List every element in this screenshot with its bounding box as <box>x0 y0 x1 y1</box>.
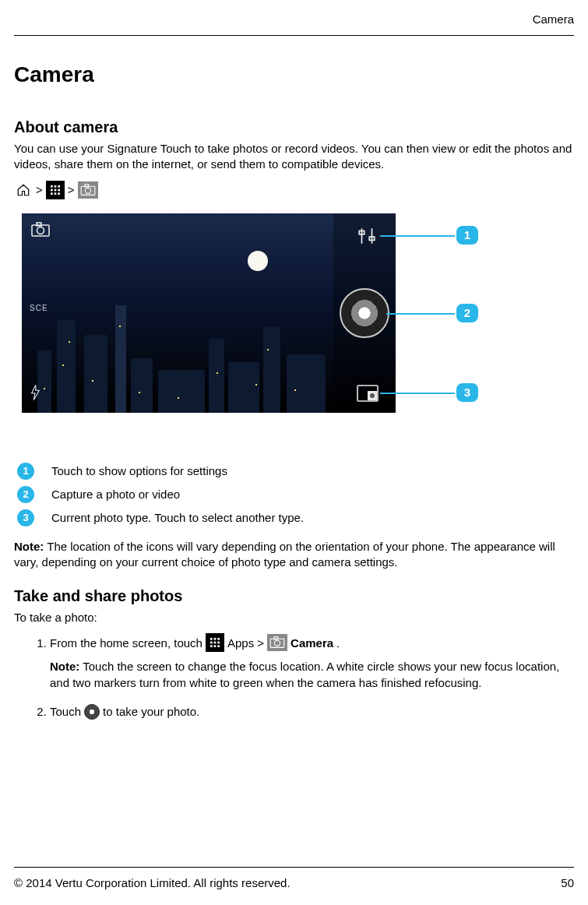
settings-icon <box>357 226 377 246</box>
nav-separator: > <box>68 183 75 196</box>
camera-icon <box>267 634 287 651</box>
steps-list: From the home screen, touch Apps > <box>50 633 574 720</box>
svg-rect-13 <box>37 223 41 226</box>
moon-graphic <box>248 251 268 271</box>
step1-note-body: Touch the screen to change the focus loc… <box>50 660 559 689</box>
shutter-button <box>340 288 389 338</box>
callout-leader <box>386 313 455 315</box>
note-body: The location of the icons will vary depe… <box>14 540 555 569</box>
flash-icon <box>30 384 40 403</box>
legend-text: Touch to show options for settings <box>51 464 227 477</box>
navigation-path: > > <box>14 181 574 199</box>
page-content: Camera About camera You can use your Sig… <box>14 62 574 732</box>
camera-icon <box>78 181 98 199</box>
header-rule <box>14 35 574 36</box>
svg-rect-0 <box>51 185 53 188</box>
camera-mode-icon <box>30 221 51 238</box>
callout-leader <box>380 235 455 237</box>
take-intro: To take a photo: <box>14 610 574 625</box>
step1-text-c: Camera <box>290 635 333 651</box>
page-number: 50 <box>561 876 574 889</box>
step1-text-d: . <box>336 635 340 651</box>
svg-point-21 <box>370 393 375 398</box>
legend-badge-3: 3 <box>17 509 34 526</box>
camera-viewfinder-figure: SCE <box>22 213 489 431</box>
svg-point-11 <box>85 188 90 193</box>
photo-type-icon <box>357 385 379 402</box>
step1-text-a: From the home screen, touch <box>50 635 202 651</box>
orientation-note: Note: The location of the icons will var… <box>14 539 574 571</box>
callout-leader <box>380 393 455 394</box>
svg-rect-22 <box>210 638 213 640</box>
step2-text-a: Touch <box>50 703 81 720</box>
svg-point-14 <box>37 227 44 234</box>
camera-viewfinder: SCE <box>22 213 396 413</box>
legend-text: Current photo type. Touch to select anot… <box>51 511 304 524</box>
callout-badge-1: 1 <box>456 226 478 245</box>
svg-rect-4 <box>54 188 56 191</box>
svg-rect-25 <box>210 642 213 644</box>
svg-rect-2 <box>58 185 60 188</box>
shutter-icon <box>84 704 100 720</box>
svg-rect-7 <box>54 192 56 195</box>
svg-rect-28 <box>210 646 213 648</box>
nav-separator: > <box>36 183 43 196</box>
svg-rect-10 <box>85 184 89 186</box>
note-label: Note: <box>14 540 44 553</box>
home-icon <box>14 181 33 199</box>
legend-text: Capture a photo or video <box>51 488 180 501</box>
note-label: Note: <box>50 660 79 673</box>
callout-badge-2: 2 <box>456 304 478 322</box>
footer-rule <box>14 867 574 868</box>
legend-row: 2 Capture a photo or video <box>17 486 574 503</box>
legend-row: 3 Current photo type. Touch to select an… <box>17 509 574 526</box>
callout-badge-3: 3 <box>456 383 478 402</box>
svg-point-33 <box>274 640 280 646</box>
svg-rect-3 <box>51 188 53 191</box>
page-title: Camera <box>14 62 574 87</box>
svg-rect-30 <box>217 646 220 648</box>
page-footer: © 2014 Vertu Corporation Limited. All ri… <box>14 876 574 889</box>
apps-icon <box>46 181 65 199</box>
about-heading: About camera <box>14 118 574 136</box>
step2-text-b: to take your photo. <box>103 703 199 720</box>
scene-label: SCE <box>30 304 48 312</box>
svg-rect-29 <box>214 646 217 648</box>
step1-text-b: Apps > <box>227 635 264 651</box>
svg-rect-32 <box>274 637 278 639</box>
svg-rect-23 <box>214 638 217 640</box>
svg-rect-26 <box>214 642 217 644</box>
svg-rect-8 <box>58 192 60 195</box>
callout-legend: 1 Touch to show options for settings 2 C… <box>17 463 574 526</box>
about-intro: You can use your Signature Touch to take… <box>14 141 574 173</box>
svg-rect-27 <box>217 642 220 644</box>
take-share-heading: Take and share photos <box>14 587 574 605</box>
svg-rect-6 <box>51 192 53 195</box>
svg-rect-24 <box>217 638 220 640</box>
svg-rect-5 <box>58 188 60 191</box>
legend-row: 1 Touch to show options for settings <box>17 463 574 480</box>
apps-icon <box>206 633 224 652</box>
copyright: © 2014 Vertu Corporation Limited. All ri… <box>14 876 290 889</box>
step-2: Touch to take your photo. <box>50 703 574 720</box>
svg-rect-1 <box>54 185 56 188</box>
step-1: From the home screen, touch Apps > <box>50 633 574 691</box>
legend-badge-1: 1 <box>17 463 34 480</box>
legend-badge-2: 2 <box>17 486 34 503</box>
running-header: Camera <box>533 12 574 26</box>
step1-note: Note: Touch the screen to change the foc… <box>50 658 574 691</box>
